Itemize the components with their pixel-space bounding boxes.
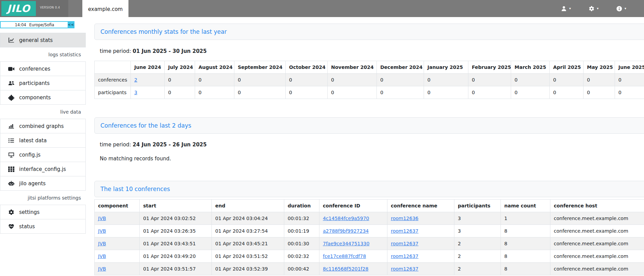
component-cell-link[interactable]: JVB xyxy=(98,253,106,259)
sidebar-item-status[interactable]: status xyxy=(0,219,86,234)
component-cell: JVB xyxy=(95,250,140,263)
time-period-value: 24 Jun 2025 - 26 Jun 2025 xyxy=(133,142,207,148)
month-value: 0 xyxy=(615,86,644,99)
sidebar-section-live-data: live data xyxy=(0,105,86,119)
conference-name-cell-link[interactable]: room12637 xyxy=(391,266,419,272)
row-label: conferences xyxy=(95,74,131,86)
conference-name-cell-link[interactable]: room12637 xyxy=(391,228,419,234)
component-cell-link[interactable]: JVB xyxy=(98,266,106,272)
month-value: 0 xyxy=(328,86,377,99)
duration-cell: 00:01:30 xyxy=(284,237,319,250)
sidebar-collapse-button[interactable]: << xyxy=(68,21,74,28)
component-cell-link[interactable]: JVB xyxy=(98,228,106,234)
sidebar-item-jilo-agents[interactable]: jilo agents xyxy=(0,176,86,191)
conference-id-cell-link[interactable]: fce17ce887fcdf78 xyxy=(323,253,366,259)
conference-name-cell: room12636 xyxy=(387,212,454,225)
time-period-label: time period: xyxy=(100,48,131,54)
top-bar-brand-area: JILO VERSION 0.4 xyxy=(0,0,68,17)
table-row: JVB01 Apr 2024 03:51:5701 Apr 2024 03:52… xyxy=(95,263,644,275)
column-header-august-2024: August 2024 xyxy=(195,61,234,74)
column-header-december-2024: December 2024 xyxy=(377,61,424,74)
column-header-may-2025: May 2025 xyxy=(584,61,615,74)
column-header-october-2024: October 2024 xyxy=(286,61,328,74)
month-value: 0 xyxy=(424,74,468,86)
time-period-value: 01 Jun 2025 - 30 Jun 2025 xyxy=(133,48,207,54)
top-bar: JILO VERSION 0.4 example.com ▾▾▾ xyxy=(0,0,644,17)
conference-id-cell: 8c116568f5201f28 xyxy=(319,263,387,275)
component-cell: JVB xyxy=(95,237,140,250)
month-value-link[interactable]: 3 xyxy=(134,90,137,95)
sidebar-item-conferences[interactable]: conferences xyxy=(0,61,86,76)
participants-cell: 3 xyxy=(454,225,501,237)
conference-id-cell-link[interactable]: 7fae9ce344751330 xyxy=(323,241,369,246)
conference-id-cell-link[interactable]: 8c116568f5201f28 xyxy=(323,266,368,272)
conference-name-cell: room12637 xyxy=(387,225,454,237)
component-cell-link[interactable]: JVB xyxy=(98,241,106,246)
month-value: 0 xyxy=(511,74,550,86)
column-header-conference-id: conference ID xyxy=(319,200,387,212)
column-header-name-count: name count xyxy=(501,200,550,212)
conference-name-cell: room12637 xyxy=(387,263,454,275)
sidebar-item-label: combined graphs xyxy=(19,123,64,129)
month-value: 0 xyxy=(195,74,234,86)
gear-icon xyxy=(8,209,14,215)
table-row: JVB01 Apr 2024 03:49:2001 Apr 2024 03:51… xyxy=(95,250,644,263)
month-value: 0 xyxy=(468,74,511,86)
card-title-monthly-stats[interactable]: Conferences monthly stats for the last y… xyxy=(94,24,644,40)
card-title-last-2-days[interactable]: Conferences for the last 2 days xyxy=(94,117,644,134)
month-value-link[interactable]: 2 xyxy=(134,77,137,83)
conference-id-cell-link[interactable]: 4c14584fce9a5970 xyxy=(323,216,369,221)
grid-icon xyxy=(8,166,14,172)
month-value: 0 xyxy=(328,74,377,86)
month-value: 0 xyxy=(234,86,286,99)
sidebar-item-general-stats[interactable]: general stats xyxy=(0,33,86,47)
month-value: 0 xyxy=(165,86,195,99)
component-cell-link[interactable]: JVB xyxy=(98,216,106,221)
app-version: VERSION 0.4 xyxy=(40,6,60,9)
sidebar-item-config-js[interactable]: config.js xyxy=(0,147,86,162)
month-value: 0 xyxy=(165,74,195,86)
participants-cell: 2 xyxy=(454,263,501,275)
end-cell: 01 Apr 2024 03:51:52 xyxy=(212,250,284,263)
column-header-january-2025: January 2025 xyxy=(424,61,468,74)
user-menu[interactable]: ▾ xyxy=(561,6,571,12)
column-header-conference-name: conference name xyxy=(387,200,454,212)
time-period-recent: time period: 24 Jun 2025 - 26 Jun 2025 xyxy=(100,142,207,148)
conference-id-cell-link[interactable]: a2788f9bf9927234 xyxy=(323,228,369,234)
month-value: 0 xyxy=(286,74,328,86)
info-menu[interactable]: ▾ xyxy=(616,6,626,12)
column-header-duration: duration xyxy=(284,200,319,212)
column-header-april-2025: April 2025 xyxy=(550,61,584,74)
list-icon xyxy=(8,137,14,144)
end-cell: 01 Apr 2024 03:27:54 xyxy=(212,225,284,237)
sidebar-item-label: jilo agents xyxy=(19,180,46,187)
clock-widget: 14:04Europe/Sofia << xyxy=(0,21,74,28)
table-row: participants3000000000000 xyxy=(95,86,644,99)
settings-menu[interactable]: ▾ xyxy=(589,6,599,12)
column-header-june-2025: June 2025 xyxy=(615,61,644,74)
column-header-blank xyxy=(95,61,131,74)
sidebar: general statslogs statisticsconferencesp… xyxy=(0,33,86,234)
card-title-last-10-conferences[interactable]: The last 10 conferences xyxy=(94,181,644,197)
app-logo: JILO xyxy=(1,1,36,16)
conference-name-cell-link[interactable]: room12637 xyxy=(391,241,419,246)
desktop-icon xyxy=(8,152,14,158)
sidebar-item-combined-graphs[interactable]: combined graphs xyxy=(0,119,86,133)
sidebar-item-components[interactable]: components xyxy=(0,90,86,105)
sidebar-item-interface-config-js[interactable]: interface_config.js xyxy=(0,162,86,176)
chevron-down-icon: ▾ xyxy=(625,7,626,10)
clock-time: 14:04 xyxy=(15,23,26,27)
sidebar-item-latest-data[interactable]: latest data xyxy=(0,133,86,148)
month-value: 3 xyxy=(131,86,165,99)
conference-host-cell: conference.meet.example.com xyxy=(550,225,644,237)
participants-cell: 2 xyxy=(454,237,501,250)
sidebar-item-settings[interactable]: settings xyxy=(0,205,86,219)
platform-tab-example-com[interactable]: example.com xyxy=(82,0,128,18)
conference-name-cell-link[interactable]: room12637 xyxy=(391,253,419,259)
gear-icon xyxy=(589,6,594,12)
table-row: JVB01 Apr 2024 03:43:5101 Apr 2024 03:45… xyxy=(95,237,644,250)
column-header-february-2025: February 2025 xyxy=(468,61,511,74)
sidebar-item-participants[interactable]: participants xyxy=(0,76,86,90)
conference-name-cell-link[interactable]: room12636 xyxy=(391,216,419,221)
conference-host-cell: conference.meet.example.com xyxy=(550,263,644,275)
